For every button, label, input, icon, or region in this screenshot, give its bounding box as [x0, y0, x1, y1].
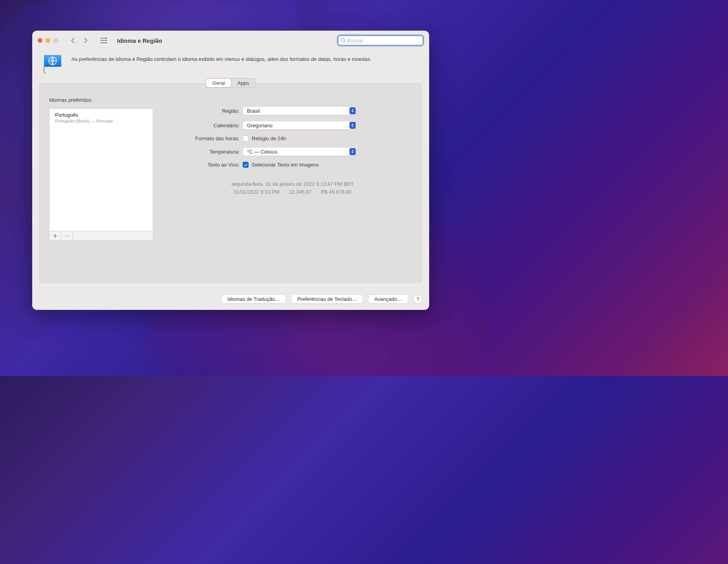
- language-subtitle: Português (Brasil) — Principal: [55, 119, 147, 123]
- preferred-languages-label: Idiomas preferidos:: [49, 97, 153, 103]
- grid-icon: [101, 37, 107, 44]
- plus-icon: [53, 234, 57, 238]
- forward-button[interactable]: [81, 36, 90, 45]
- chevron-left-icon: [70, 38, 76, 43]
- show-all-button[interactable]: [99, 36, 108, 45]
- window-title: Idioma e Região: [117, 37, 162, 44]
- minimize-button[interactable]: [46, 38, 50, 43]
- region-value: Brasil: [247, 108, 260, 114]
- close-button[interactable]: [38, 38, 42, 43]
- sample-date: 31/01/2022 9:13 PM: [233, 188, 279, 196]
- minus-icon: [65, 234, 69, 238]
- tab-apps[interactable]: Apps: [231, 79, 256, 87]
- livetext-checkbox[interactable]: [243, 162, 249, 168]
- timeformat-label: Formato das horas:: [173, 136, 243, 141]
- nav-buttons: [68, 36, 90, 45]
- sample-line1: segunda-feira, 31 de janeiro de 2022 9:1…: [173, 180, 412, 188]
- svg-point-5: [102, 40, 104, 41]
- chevron-right-icon: [83, 38, 88, 43]
- advanced-button[interactable]: Avançado…: [368, 295, 408, 304]
- select-arrows-icon: [349, 107, 356, 114]
- back-button[interactable]: [68, 36, 78, 45]
- svg-line-13: [344, 41, 346, 42]
- list-toolbar-spacer: [73, 231, 153, 240]
- preferences-window: Idioma e Região As preferências de Idiom…: [32, 31, 429, 310]
- sample-currency: R$ 45.678,90: [321, 188, 351, 196]
- check-icon: [244, 163, 248, 167]
- tab-bar: Geral Apps: [205, 78, 256, 88]
- svg-point-11: [106, 42, 107, 44]
- svg-point-10: [104, 42, 106, 44]
- region-select[interactable]: Brasil: [243, 106, 357, 115]
- region-label: Região:: [173, 108, 243, 114]
- list-toolbar: [49, 231, 153, 240]
- translation-languages-button[interactable]: Idiomas de Tradução…: [221, 295, 286, 304]
- svg-point-7: [106, 40, 107, 41]
- add-language-button[interactable]: [49, 231, 61, 240]
- search-input[interactable]: [347, 38, 420, 44]
- help-button[interactable]: ?: [413, 295, 422, 304]
- search-icon: [341, 38, 346, 43]
- calendar-select[interactable]: Gregoriano: [243, 121, 357, 130]
- livetext-label: Texto ao Vivo:: [173, 162, 243, 168]
- temperature-label: Temperatura:: [173, 149, 243, 155]
- svg-point-6: [104, 40, 106, 41]
- format-sample: segunda-feira, 31 de janeiro de 2022 9:1…: [173, 180, 412, 196]
- traffic-lights: [38, 38, 58, 43]
- svg-point-8: [101, 42, 102, 44]
- sample-number: 12.345,67: [289, 188, 312, 196]
- svg-point-0: [101, 38, 102, 39]
- language-list[interactable]: Português Português (Brasil) — Principal: [49, 108, 153, 240]
- svg-point-1: [102, 38, 104, 39]
- bottom-buttons: Idiomas de Tradução… Preferências de Tec…: [221, 295, 422, 304]
- content-panel: Geral Apps Idiomas preferidos: Português…: [39, 83, 422, 283]
- search-field[interactable]: [337, 35, 424, 46]
- select-arrows-icon: [349, 148, 356, 155]
- tab-general[interactable]: Geral: [206, 79, 231, 87]
- select-arrows-icon: [349, 122, 356, 129]
- language-region-icon: [42, 53, 64, 76]
- svg-point-4: [101, 40, 102, 41]
- temperature-value: °C — Celsius: [247, 149, 277, 155]
- 24h-label: Relógio de 24h: [252, 136, 286, 141]
- calendar-label: Calendário:: [173, 123, 243, 128]
- 24h-checkbox[interactable]: [243, 136, 249, 141]
- calendar-value: Gregoriano: [247, 123, 273, 128]
- language-item[interactable]: Português Português (Brasil) — Principal: [49, 109, 153, 125]
- header-description: As preferências de Idioma e Região contr…: [71, 53, 371, 63]
- titlebar: Idioma e Região: [32, 31, 429, 50]
- maximize-button: [53, 38, 58, 43]
- language-name: Português: [55, 112, 147, 118]
- livetext-check-label: Selecionar Texto em Imagens: [252, 162, 319, 168]
- svg-point-3: [106, 38, 107, 39]
- svg-point-2: [104, 38, 106, 39]
- svg-point-9: [102, 42, 104, 44]
- keyboard-preferences-button[interactable]: Preferências de Teclado…: [291, 295, 363, 304]
- temperature-select[interactable]: °C — Celsius: [243, 147, 357, 156]
- remove-language-button[interactable]: [61, 231, 73, 240]
